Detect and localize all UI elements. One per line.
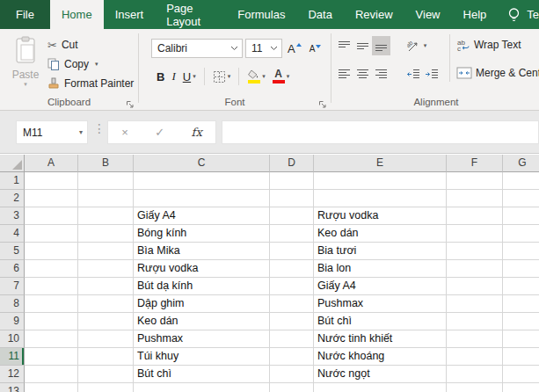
name-box[interactable]: M11 ▾ xyxy=(16,120,88,144)
cell-F1[interactable] xyxy=(447,172,503,190)
cell-E12[interactable]: Nước ngọt xyxy=(314,366,447,383)
cell-C9[interactable]: Keo dán xyxy=(134,313,270,330)
cell-E3[interactable]: Rượu vodka xyxy=(314,207,447,225)
tab-view[interactable]: View xyxy=(404,0,452,29)
cell-E11[interactable]: Nước khoáng xyxy=(314,348,447,366)
cell-F11[interactable] xyxy=(447,348,503,366)
align-left-button[interactable] xyxy=(335,64,353,83)
cell-D9[interactable] xyxy=(270,313,314,330)
cell-E5[interactable]: Bia tươi xyxy=(314,243,447,260)
row-header-12[interactable]: 12 xyxy=(0,366,25,383)
cell-C3[interactable]: Giấy A4 xyxy=(134,207,270,225)
cancel-button[interactable]: × xyxy=(121,126,128,139)
cell-A9[interactable] xyxy=(25,313,78,330)
align-right-button[interactable] xyxy=(372,64,390,83)
row-header-7[interactable]: 7 xyxy=(0,278,25,295)
cell-A4[interactable] xyxy=(25,225,78,243)
tab-insert[interactable]: Insert xyxy=(104,0,156,29)
cell-A13[interactable] xyxy=(25,383,78,392)
cell-D13[interactable] xyxy=(270,383,314,392)
cell-D10[interactable] xyxy=(270,330,314,348)
cell-D11[interactable] xyxy=(270,348,314,366)
tab-formulas[interactable]: Formulas xyxy=(226,0,296,29)
cell-B13[interactable] xyxy=(78,383,134,392)
font-color-dropdown-icon[interactable]: ▾ xyxy=(285,73,290,80)
cell-D1[interactable] xyxy=(270,172,314,190)
tab-data[interactable]: Data xyxy=(296,0,343,29)
cell-B2[interactable] xyxy=(78,190,134,207)
cell-G8[interactable] xyxy=(503,295,539,313)
cell-D7[interactable] xyxy=(270,278,314,295)
merge-center-button[interactable]: Merge & Cent xyxy=(456,67,539,79)
cell-A11[interactable] xyxy=(25,348,78,366)
cell-A6[interactable] xyxy=(25,260,78,278)
cell-B9[interactable] xyxy=(78,313,134,330)
row-header-2[interactable]: 2 xyxy=(0,190,25,207)
cell-E4[interactable]: Keo dán xyxy=(314,225,447,243)
cell-D4[interactable] xyxy=(270,225,314,243)
cell-G4[interactable] xyxy=(503,225,539,243)
cell-A1[interactable] xyxy=(25,172,78,190)
cell-E8[interactable]: Pushmax xyxy=(314,295,447,313)
cell-F4[interactable] xyxy=(447,225,503,243)
formula-input[interactable] xyxy=(222,120,539,144)
tab-page-layout[interactable]: Page Layout xyxy=(155,0,226,29)
row-header-9[interactable]: 9 xyxy=(0,313,25,330)
tab-home[interactable]: Home xyxy=(50,0,104,29)
cell-G12[interactable] xyxy=(503,366,539,383)
column-header-C[interactable]: C xyxy=(134,155,270,172)
tab-file[interactable]: File xyxy=(0,0,50,29)
align-center-button[interactable] xyxy=(353,64,372,83)
format-painter-button[interactable]: Format Painter xyxy=(47,74,134,93)
row-header-11[interactable]: 11 xyxy=(0,348,25,366)
cell-F3[interactable] xyxy=(447,207,503,225)
font-family-combo[interactable]: Calibri xyxy=(151,39,243,58)
row-header-6[interactable]: 6 xyxy=(0,260,25,278)
cell-C7[interactable]: Bút dạ kính xyxy=(134,278,270,295)
italic-button[interactable]: I xyxy=(168,67,178,86)
clipboard-dialog-launcher[interactable] xyxy=(125,97,135,106)
wrap-text-button[interactable]: abc Wrap Text xyxy=(456,39,521,51)
cell-D6[interactable] xyxy=(270,260,314,278)
row-header-4[interactable]: 4 xyxy=(0,225,25,243)
cell-B5[interactable] xyxy=(78,243,134,260)
cell-E10[interactable]: Nước tinh khiết xyxy=(314,330,447,348)
bold-button[interactable]: B xyxy=(153,67,168,86)
orientation-button[interactable]: ab ▾ xyxy=(404,36,430,55)
underline-dropdown-icon[interactable]: ▾ xyxy=(191,73,196,80)
cell-A5[interactable] xyxy=(25,243,78,260)
column-header-E[interactable]: E xyxy=(314,155,447,172)
row-header-1[interactable]: 1 xyxy=(0,172,25,190)
cut-button[interactable]: ✂ Cut xyxy=(47,35,134,54)
column-header-D[interactable]: D xyxy=(270,155,314,172)
fill-color-dropdown-icon[interactable]: ▾ xyxy=(260,73,266,80)
tab-review[interactable]: Review xyxy=(344,0,404,29)
cell-B12[interactable] xyxy=(78,366,134,383)
cell-F8[interactable] xyxy=(447,295,503,313)
cell-G7[interactable] xyxy=(503,278,539,295)
cell-D5[interactable] xyxy=(270,243,314,260)
row-header-5[interactable]: 5 xyxy=(0,243,25,260)
copy-dropdown-icon[interactable]: ▾ xyxy=(93,61,98,68)
cell-D3[interactable] xyxy=(270,207,314,225)
column-header-B[interactable]: B xyxy=(78,155,134,172)
cell-G5[interactable] xyxy=(503,243,539,260)
cell-G2[interactable] xyxy=(503,190,539,207)
font-dialog-launcher[interactable] xyxy=(317,97,327,106)
cell-A2[interactable] xyxy=(25,190,78,207)
row-header-3[interactable]: 3 xyxy=(0,207,25,225)
row-header-13[interactable]: 13 xyxy=(0,383,25,392)
cell-B10[interactable] xyxy=(78,330,134,348)
cell-B3[interactable] xyxy=(78,207,134,225)
tell-me-lightbulb-icon[interactable] xyxy=(506,0,521,29)
cell-C1[interactable] xyxy=(134,172,270,190)
select-all-corner[interactable] xyxy=(0,155,25,172)
underline-button[interactable]: U▾ xyxy=(179,67,200,86)
font-color-button[interactable]: A ▾ xyxy=(269,67,294,86)
middle-align-button[interactable] xyxy=(353,36,372,55)
cell-E1[interactable] xyxy=(314,172,447,190)
row-header-10[interactable]: 10 xyxy=(0,330,25,348)
copy-button[interactable]: Copy ▾ xyxy=(47,54,134,74)
borders-dropdown-icon[interactable]: ▾ xyxy=(226,73,231,80)
cell-C10[interactable]: Pushmax xyxy=(134,330,270,348)
